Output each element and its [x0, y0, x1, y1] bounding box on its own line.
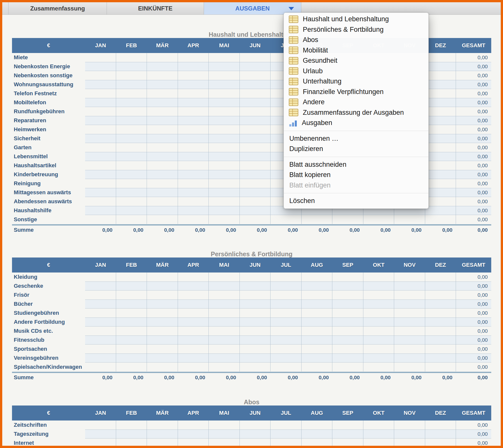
month-cell[interactable] — [240, 282, 271, 290]
month-cell[interactable] — [116, 161, 147, 170]
month-cell[interactable] — [147, 161, 178, 170]
month-cell[interactable] — [116, 290, 147, 300]
month-cell[interactable] — [85, 362, 116, 372]
month-cell[interactable] — [240, 362, 271, 372]
month-cell[interactable] — [178, 80, 209, 89]
month-cell[interactable] — [178, 170, 209, 179]
month-cell[interactable] — [363, 336, 394, 344]
month-cell[interactable] — [116, 420, 147, 430]
month-cell[interactable] — [178, 188, 209, 197]
month-cell[interactable] — [178, 152, 209, 161]
month-cell[interactable] — [85, 215, 116, 224]
month-cell[interactable] — [240, 344, 271, 354]
month-cell[interactable] — [116, 89, 147, 98]
month-cell[interactable] — [209, 290, 240, 300]
month-cell[interactable] — [147, 134, 178, 143]
month-cell[interactable] — [85, 143, 116, 152]
month-cell[interactable] — [332, 362, 363, 372]
month-cell[interactable] — [240, 430, 271, 438]
month-cell[interactable] — [209, 300, 240, 308]
month-cell[interactable] — [271, 290, 302, 300]
menu-item-sheet[interactable]: Mobilität — [284, 45, 428, 56]
month-cell[interactable] — [209, 215, 240, 224]
month-cell[interactable] — [178, 71, 209, 80]
month-cell[interactable] — [302, 336, 333, 344]
month-cell[interactable] — [116, 438, 147, 448]
month-cell[interactable] — [178, 308, 209, 318]
month-cell[interactable] — [240, 188, 271, 197]
month-cell[interactable] — [425, 116, 456, 125]
month-cell[interactable] — [425, 62, 456, 71]
month-cell[interactable] — [178, 326, 209, 336]
month-cell[interactable] — [394, 326, 425, 336]
month-cell[interactable] — [302, 362, 333, 372]
month-cell[interactable] — [363, 430, 394, 438]
month-cell[interactable] — [116, 179, 147, 188]
month-cell[interactable] — [85, 336, 116, 344]
menu-item-sheet[interactable]: Gesundheit — [284, 56, 428, 66]
month-cell[interactable] — [240, 152, 271, 161]
month-cell[interactable] — [209, 420, 240, 430]
month-cell[interactable] — [302, 326, 333, 336]
month-cell[interactable] — [116, 80, 147, 89]
month-cell[interactable] — [302, 354, 333, 362]
month-cell[interactable] — [425, 98, 456, 107]
month-cell[interactable] — [302, 420, 333, 430]
month-cell[interactable] — [209, 438, 240, 448]
month-cell[interactable] — [85, 98, 116, 107]
month-cell[interactable] — [425, 362, 456, 372]
month-cell[interactable] — [209, 318, 240, 326]
month-cell[interactable] — [147, 125, 178, 134]
month-cell[interactable] — [209, 272, 240, 282]
month-cell[interactable] — [116, 300, 147, 308]
month-cell[interactable] — [240, 300, 271, 308]
month-cell[interactable] — [394, 290, 425, 300]
month-cell[interactable] — [394, 354, 425, 362]
month-cell[interactable] — [394, 344, 425, 354]
month-cell[interactable] — [178, 282, 209, 290]
month-cell[interactable] — [332, 438, 363, 448]
month-cell[interactable] — [332, 354, 363, 362]
month-cell[interactable] — [240, 336, 271, 344]
month-cell[interactable] — [271, 215, 302, 224]
month-cell[interactable] — [178, 134, 209, 143]
month-cell[interactable] — [85, 62, 116, 71]
month-cell[interactable] — [363, 420, 394, 430]
month-cell[interactable] — [85, 272, 116, 282]
month-cell[interactable] — [240, 125, 271, 134]
month-cell[interactable] — [394, 300, 425, 308]
month-cell[interactable] — [85, 53, 116, 62]
month-cell[interactable] — [394, 215, 425, 224]
month-cell[interactable] — [271, 272, 302, 282]
month-cell[interactable] — [240, 170, 271, 179]
month-cell[interactable] — [240, 80, 271, 89]
month-cell[interactable] — [425, 272, 456, 282]
month-cell[interactable] — [85, 318, 116, 326]
month-cell[interactable] — [116, 170, 147, 179]
month-cell[interactable] — [85, 116, 116, 125]
month-cell[interactable] — [209, 62, 240, 71]
month-cell[interactable] — [425, 152, 456, 161]
month-cell[interactable] — [85, 188, 116, 197]
menu-item-sheet[interactable]: Unterhaltung — [284, 76, 428, 87]
month-cell[interactable] — [363, 362, 394, 372]
month-cell[interactable] — [147, 116, 178, 125]
month-cell[interactable] — [178, 318, 209, 326]
month-cell[interactable] — [85, 179, 116, 188]
month-cell[interactable] — [240, 354, 271, 362]
month-cell[interactable] — [85, 134, 116, 143]
month-cell[interactable] — [116, 344, 147, 354]
month-cell[interactable] — [425, 308, 456, 318]
month-cell[interactable] — [209, 89, 240, 98]
month-cell[interactable] — [178, 430, 209, 438]
month-cell[interactable] — [85, 282, 116, 290]
month-cell[interactable] — [116, 188, 147, 197]
month-cell[interactable] — [178, 420, 209, 430]
month-cell[interactable] — [209, 71, 240, 80]
month-cell[interactable] — [147, 107, 178, 116]
month-cell[interactable] — [85, 344, 116, 354]
month-cell[interactable] — [394, 282, 425, 290]
month-cell[interactable] — [147, 362, 178, 372]
month-cell[interactable] — [147, 170, 178, 179]
month-cell[interactable] — [425, 134, 456, 143]
